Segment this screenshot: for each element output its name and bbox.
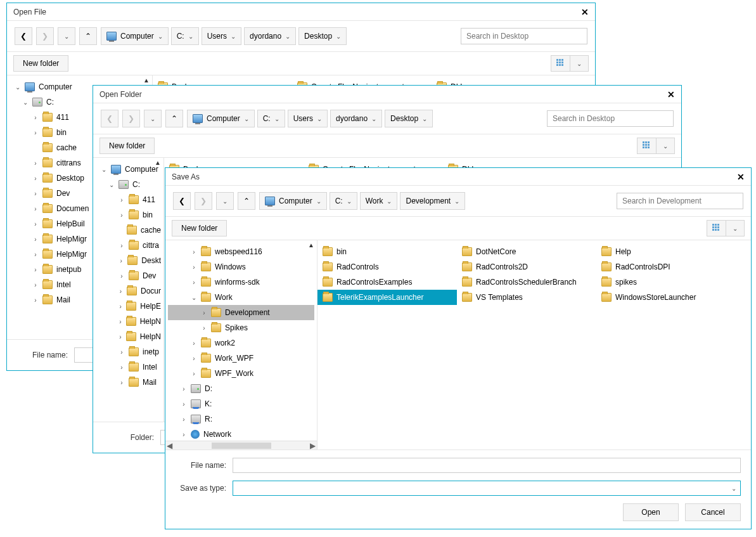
list-item[interactable]: RadControlsDPI	[596, 259, 736, 275]
breadcrumb-segment-work[interactable]: Work⌄	[360, 192, 398, 210]
cancel-button[interactable]: Cancel	[685, 503, 741, 521]
tree-node[interactable]: ›411	[96, 192, 161, 207]
list-item[interactable]: VS Templates	[457, 290, 596, 305]
tree-node[interactable]: ⌄Work	[168, 290, 314, 305]
view-dropdown-button[interactable]: ⌄	[570, 55, 589, 72]
search-input[interactable]	[461, 28, 587, 44]
tree-node[interactable]: ›work2	[168, 335, 314, 351]
up-button[interactable]: ⌃	[165, 110, 183, 127]
tree-node[interactable]: ›Work_WPF	[168, 351, 314, 366]
tree-node[interactable]: ›Network	[168, 427, 314, 442]
tree-node[interactable]: ›K:	[168, 396, 314, 411]
tree-node[interactable]: ›cache	[96, 223, 161, 238]
tree-node[interactable]: ›inetp	[96, 344, 161, 359]
view-dropdown-button[interactable]: ⌄	[726, 220, 745, 236]
tree-node[interactable]: ›winforms-sdk	[168, 275, 314, 290]
search-input[interactable]	[617, 193, 743, 209]
close-button[interactable]: ✕	[666, 89, 676, 100]
list-item[interactable]: RadControlsExamples	[317, 275, 457, 290]
forward-button[interactable]: ❯	[36, 27, 54, 45]
chevron-icon: ›	[191, 264, 197, 271]
breadcrumb-segment-development[interactable]: Development⌄	[400, 192, 465, 210]
grid-view-button[interactable]	[707, 220, 726, 236]
up-button[interactable]: ⌃	[79, 27, 97, 45]
back-button[interactable]: ❮	[101, 110, 119, 127]
tree-node[interactable]: ›bin	[96, 207, 161, 223]
breadcrumb-segment-computer[interactable]: Computer⌄	[101, 27, 169, 45]
back-button[interactable]: ❮	[15, 27, 32, 45]
file-list[interactable]: binRadControlsRadControlsExamplesTelerik…	[317, 240, 751, 450]
tree-node[interactable]: ›Development	[168, 305, 314, 320]
grid-view-button[interactable]	[637, 138, 656, 154]
tree-node[interactable]: ›D:	[168, 381, 314, 396]
list-item[interactable]: WindowsStoreLauncher	[596, 290, 736, 305]
tree-node[interactable]: ›Spikes	[168, 320, 314, 335]
breadcrumb-segment-computer[interactable]: Computer⌄	[259, 192, 327, 210]
breadcrumb-segment-users[interactable]: Users⌄	[202, 27, 241, 45]
list-item[interactable]: RadControlsSchedulerBranch	[457, 275, 596, 290]
breadcrumb-segment-dyordano[interactable]: dyordano⌄	[330, 110, 382, 127]
tree-node[interactable]: ›Deskt	[96, 253, 161, 268]
breadcrumb-segment-c[interactable]: C:⌄	[171, 27, 199, 45]
tree-label: cittra	[143, 241, 159, 250]
grid-view-button[interactable]	[551, 55, 570, 72]
nav-toolbar: ❮ ❯ ⌄ ⌃ Computer⌄ C:⌄ Users⌄ dyordano⌄ D…	[93, 103, 681, 134]
tree-node[interactable]: ›R:	[168, 411, 314, 427]
save-as-type-select[interactable]: ⌄	[233, 481, 741, 496]
tree-node[interactable]: ›webspeed116	[168, 244, 314, 259]
dialog-title: Save As	[172, 172, 200, 181]
breadcrumb-segment-c[interactable]: C:⌄	[330, 192, 357, 210]
breadcrumb: Computer⌄ C:⌄ Work⌄ Development⌄	[259, 192, 465, 210]
new-folder-button[interactable]: New folder	[172, 220, 227, 236]
breadcrumb-segment-desktop[interactable]: Desktop⌄	[385, 110, 433, 127]
breadcrumb-segment-users[interactable]: Users⌄	[288, 110, 328, 127]
view-dropdown-button[interactable]: ⌄	[656, 138, 675, 154]
tree-node[interactable]: ›HelpE	[96, 299, 161, 314]
tree-node[interactable]: ›Windows	[168, 259, 314, 275]
folder-icon	[462, 293, 472, 302]
tree-node[interactable]: ›Docur	[96, 283, 161, 299]
open-button[interactable]: Open	[623, 503, 679, 521]
new-folder-button[interactable]: New folder	[13, 55, 68, 72]
tree-node[interactable]: ⌄C:	[96, 177, 161, 192]
tree-node[interactable]: ›WPF_Work	[168, 366, 314, 381]
tree-node[interactable]: ›Mail	[96, 375, 161, 390]
tree-node[interactable]: ⌄Computer	[96, 162, 161, 177]
new-folder-button[interactable]: New folder	[99, 138, 155, 154]
search-input[interactable]	[547, 110, 674, 127]
breadcrumb-segment-dyordano[interactable]: dyordano⌄	[244, 27, 296, 45]
tree-h-scrollbar[interactable]: ◀▶	[165, 441, 317, 450]
list-item[interactable]: Help	[596, 244, 736, 259]
up-button[interactable]: ⌃	[238, 192, 255, 210]
list-item[interactable]: RadControls	[317, 259, 457, 275]
chevron-icon: ›	[119, 212, 125, 219]
breadcrumb-segment-computer[interactable]: Computer⌄	[187, 110, 255, 127]
list-item[interactable]: spikes	[596, 275, 736, 290]
tree-node[interactable]: ›HelpN	[96, 329, 161, 344]
list-item[interactable]: bin	[317, 244, 457, 259]
folder-tree[interactable]: ▲ ›webspeed116›Windows›winforms-sdk⌄Work…	[165, 240, 317, 450]
forward-button[interactable]: ❯	[122, 110, 140, 127]
back-button[interactable]: ❮	[173, 192, 191, 210]
close-button[interactable]: ✕	[736, 172, 746, 182]
tree-node[interactable]: ›Dev	[96, 268, 161, 283]
history-button[interactable]: ⌄	[58, 27, 75, 45]
forward-button[interactable]: ❯	[195, 192, 212, 210]
list-item[interactable]: DotNetCore	[457, 244, 596, 259]
history-button[interactable]: ⌄	[216, 192, 234, 210]
history-button[interactable]: ⌄	[144, 110, 162, 127]
tree-label: Development	[225, 308, 270, 317]
tree-node[interactable]: ›cittra	[96, 238, 161, 253]
close-button[interactable]: ✕	[580, 7, 590, 17]
breadcrumb-segment-c[interactable]: C:⌄	[257, 110, 285, 127]
chevron-icon: ›	[191, 340, 197, 347]
chevron-icon: ›	[119, 197, 125, 204]
tree-node[interactable]: ›HelpN	[96, 314, 161, 329]
breadcrumb-segment-desktop[interactable]: Desktop⌄	[298, 27, 347, 45]
list-item[interactable]: TelerikExamplesLauncher	[317, 290, 457, 305]
tree-node[interactable]: ›Intel	[96, 359, 161, 375]
list-item[interactable]: RadControls2D	[457, 259, 596, 275]
folder-tree[interactable]: ▲ ⌄Computer⌄C:›411›bin›cache›cittra›Desk…	[93, 158, 164, 422]
chevron-icon: ›	[119, 273, 125, 280]
filename-input[interactable]	[233, 458, 741, 473]
